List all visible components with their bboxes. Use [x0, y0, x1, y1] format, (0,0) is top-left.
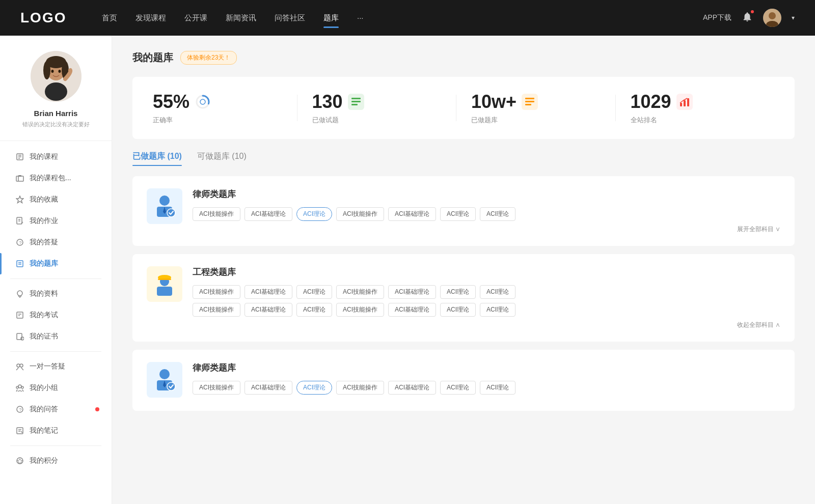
tag-item[interactable]: ACI基础理论 — [388, 207, 436, 221]
tag-item[interactable]: ACI技能操作 — [193, 285, 240, 299]
sidebar-item-certificate[interactable]: 我的证书 — [0, 326, 112, 347]
sidebar-label-points: 我的积分 — [30, 456, 58, 465]
svg-point-47 — [200, 99, 205, 104]
expand-link-lawyer-1[interactable]: 展开全部科目 ∨ — [193, 225, 780, 234]
tag-item[interactable]: ACI理论 — [296, 303, 332, 317]
tag-item[interactable]: ACI理论 — [480, 285, 515, 299]
sidebar-menu: 我的课程 我的课程包... 我的收藏 我的作业 — [0, 146, 112, 471]
tag-item[interactable]: ACI理论 — [296, 285, 332, 299]
app-download-button[interactable]: APP下载 — [703, 13, 731, 22]
qbank-card-lawyer-2: 律师类题库 ACI技能操作 ACI基础理论 ACI理论 ACI技能操作 ACI基… — [132, 350, 795, 411]
certificate-icon — [15, 332, 24, 341]
notification-badge — [750, 9, 755, 14]
tag-item-active[interactable]: ACI理论 — [296, 207, 332, 221]
circle-progress-icon — [195, 94, 211, 110]
tab-done-banks[interactable]: 已做题库 (10) — [132, 151, 182, 166]
user-avatar-nav[interactable] — [763, 9, 781, 27]
qbank-engineer-icon — [147, 266, 182, 302]
stat-accuracy-value: 55% — [153, 91, 189, 113]
sidebar-item-favorite[interactable]: 我的收藏 — [0, 189, 112, 210]
tag-item[interactable]: ACI技能操作 — [336, 303, 384, 317]
tag-item[interactable]: ACI理论 — [440, 303, 476, 317]
tag-item[interactable]: ACI基础理论 — [388, 285, 436, 299]
tag-item[interactable]: ACI基础理论 — [244, 303, 292, 317]
sidebar-item-material[interactable]: 我的资料 — [0, 283, 112, 304]
qbank-lawyer-1-tags: ACI技能操作 ACI基础理论 ACI理论 ACI技能操作 ACI基础理论 AC… — [193, 207, 780, 221]
tag-item[interactable]: ACI技能操作 — [336, 381, 384, 395]
svg-point-57 — [159, 195, 170, 206]
nav-more[interactable]: ··· — [357, 11, 364, 25]
tag-item[interactable]: ACI基础理论 — [244, 381, 292, 395]
tab-todo-banks[interactable]: 可做题库 (10) — [197, 151, 247, 166]
svg-rect-56 — [687, 98, 689, 106]
sidebar-item-notes[interactable]: 我的笔记 — [0, 420, 112, 441]
tag-item[interactable]: ACI基础理论 — [388, 381, 436, 395]
nav-discover[interactable]: 发现课程 — [135, 11, 166, 25]
qbank-lawyer-2-tags: ACI技能操作 ACI基础理论 ACI理论 ACI技能操作 ACI基础理论 AC… — [193, 381, 780, 395]
tag-item[interactable]: ACI技能操作 — [336, 285, 384, 299]
svg-rect-53 — [525, 104, 531, 105]
svg-rect-15 — [16, 176, 23, 181]
sidebar-item-myqa[interactable]: ? 我的问答 — [0, 399, 112, 420]
tag-item[interactable]: ACI理论 — [440, 207, 476, 221]
nav-qbank[interactable]: 题库 — [323, 11, 339, 25]
tag-item[interactable]: ACI技能操作 — [193, 303, 240, 317]
svg-rect-29 — [17, 312, 23, 318]
group-icon — [15, 383, 24, 393]
svg-rect-54 — [680, 103, 682, 106]
exam-icon — [15, 311, 24, 320]
svg-point-1 — [769, 12, 776, 19]
tag-item[interactable]: ACI理论 — [440, 285, 476, 299]
tag-item[interactable]: ACI技能操作 — [193, 381, 240, 395]
notification-button[interactable] — [742, 11, 753, 24]
nav-news[interactable]: 新闻资讯 — [226, 11, 256, 25]
nav-open-course[interactable]: 公开课 — [184, 11, 207, 25]
svg-point-60 — [167, 209, 175, 217]
sidebar-item-qa[interactable]: ? 我的答疑 — [0, 232, 112, 253]
nav-menu: 首页 发现课程 公开课 新闻资讯 问答社区 题库 ··· — [102, 11, 703, 25]
tag-item[interactable]: ACI基础理论 — [244, 207, 292, 221]
tag-item[interactable]: ACI技能操作 — [193, 207, 240, 221]
sidebar-item-onetone[interactable]: 一对一答疑 — [0, 356, 112, 377]
sidebar-item-homework[interactable]: 我的作业 — [0, 210, 112, 232]
tag-item[interactable]: ACI技能操作 — [336, 207, 384, 221]
sidebar-item-group[interactable]: 我的小组 — [0, 377, 112, 399]
sidebar-item-course[interactable]: 我的课程 — [0, 146, 112, 167]
sidebar-label-certificate: 我的证书 — [30, 332, 58, 341]
tag-item[interactable]: ACI理论 — [480, 207, 515, 221]
nav-qa[interactable]: 问答社区 — [275, 11, 305, 25]
user-dropdown-chevron[interactable]: ▾ — [792, 14, 795, 21]
svg-rect-48 — [351, 98, 361, 99]
sidebar-divider-1 — [10, 278, 101, 279]
stat-done-banks-row: 10w+ — [471, 91, 538, 113]
myqa-badge — [95, 407, 99, 411]
stat-done-questions-row: 130 — [312, 91, 364, 113]
sidebar-label-favorite: 我的收藏 — [30, 195, 58, 204]
sidebar-item-exam[interactable]: 我的考试 — [0, 304, 112, 326]
nav-home[interactable]: 首页 — [102, 11, 117, 25]
tag-item[interactable]: ACI理论 — [440, 381, 476, 395]
tag-item[interactable]: ACI基础理论 — [388, 303, 436, 317]
sidebar-label-exam: 我的考试 — [30, 311, 58, 320]
svg-point-36 — [18, 385, 21, 388]
stat-ranking-value: 1029 — [631, 91, 671, 113]
collapse-link-engineer[interactable]: 收起全部科目 ∧ — [193, 321, 780, 329]
tag-item-active[interactable]: ACI理论 — [296, 381, 332, 395]
stat-done-questions: 130 已做试题 — [297, 91, 456, 125]
sidebar-item-qbank[interactable]: 我的题库 — [0, 253, 112, 274]
tag-item[interactable]: ACI理论 — [480, 303, 515, 317]
sidebar-label-course: 我的课程 — [30, 152, 58, 161]
stat-ranking-label: 全站排名 — [631, 116, 657, 125]
sidebar-label-package: 我的课程包... — [30, 174, 71, 183]
tag-item[interactable]: ACI基础理论 — [244, 285, 292, 299]
sidebar-item-points[interactable]: 我的积分 — [0, 450, 112, 471]
svg-point-6 — [43, 61, 50, 79]
material-icon — [15, 289, 24, 298]
qbank-engineer-tags-row2: ACI技能操作 ACI基础理论 ACI理论 ACI技能操作 ACI基础理论 AC… — [193, 303, 780, 317]
svg-point-10 — [58, 70, 61, 73]
sidebar-item-package[interactable]: 我的课程包... — [0, 167, 112, 189]
list-green-icon — [348, 94, 364, 110]
stat-done-banks: 10w+ 已做题库 — [456, 91, 615, 125]
tag-item[interactable]: ACI理论 — [480, 381, 515, 395]
qbank-lawyer-icon — [147, 188, 182, 224]
